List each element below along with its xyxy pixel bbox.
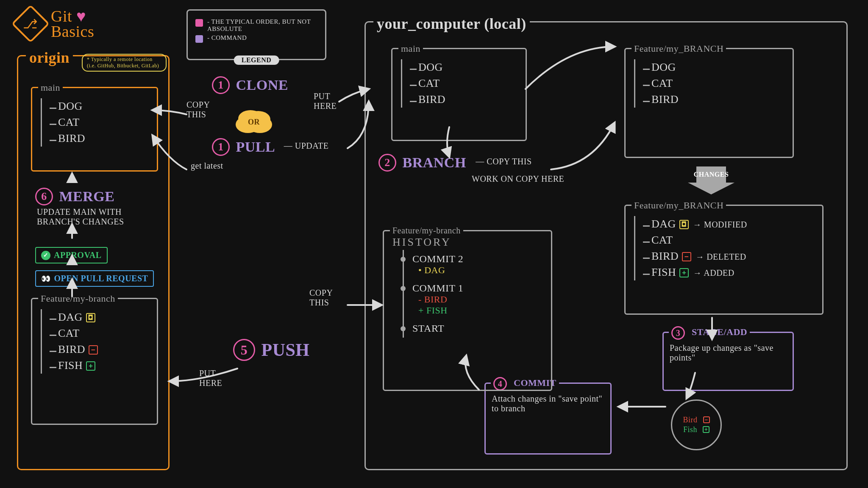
- fc-cat: CAT: [643, 75, 785, 92]
- approval-pill[interactable]: ✓ Approval: [35, 247, 108, 263]
- step-6-badge: 6: [35, 188, 53, 205]
- push-left-note: PUT HERE: [199, 369, 233, 388]
- push-step: 5 PUSH: [233, 339, 310, 361]
- stage-note: Package up changes as "save points": [670, 343, 787, 363]
- commit-note: Attach changes in "save point" to branch: [492, 394, 604, 413]
- file-bird: BIRD: [50, 130, 149, 147]
- file-bird2: BIRD−: [50, 341, 149, 358]
- step-1a-badge: 1: [212, 76, 230, 94]
- file-cat: CAT: [50, 114, 149, 130]
- local-container: your_computer (local) main DOG CAT BIRD …: [364, 21, 848, 470]
- origin-feature-box: Feature/my-branch DAG◘ CAT BIRD− FISH+: [31, 298, 158, 425]
- fc-bird: BIRD: [643, 92, 785, 108]
- pull-left-note: get latest: [191, 161, 223, 171]
- origin-container: origin * Typically a remote location (i.…: [17, 55, 170, 470]
- file-fish: FISH+: [50, 358, 149, 374]
- origin-main-title: main: [38, 82, 63, 93]
- merge-step: 6 MERGE Update main with branch's change…: [35, 188, 147, 227]
- clone-step: 1 CLONE: [212, 76, 288, 94]
- savepoint-circle: Bird − Fish +: [671, 399, 722, 450]
- open-pr-pill[interactable]: 👀 OPEN PULL REQUEST: [35, 270, 154, 287]
- added-icon: +: [86, 361, 95, 371]
- legend-swatch-command: [195, 35, 203, 43]
- branch-command: BRANCH: [403, 155, 466, 170]
- commit-box: 4 COMMIT Attach changes in "save point" …: [484, 383, 612, 455]
- merge-note: Update main with branch's changes: [37, 207, 147, 227]
- or-cloud: OR: [242, 114, 266, 130]
- feature-dirty-title: Feature/my_BRANCH: [632, 200, 726, 211]
- merge-command: MERGE: [59, 189, 115, 204]
- local-feature-dirty: Feature/my_BRANCH DAG◘MODIFIED CAT BIRD−…: [624, 205, 823, 315]
- fc-dog: DOG: [643, 59, 785, 75]
- stage-box: 3 STAGE/ADD Package up changes as "save …: [662, 332, 794, 391]
- step-2-badge: 2: [378, 154, 396, 172]
- lfile-bird: BIRD: [410, 92, 518, 108]
- origin-feature-title: Feature/my-branch: [38, 293, 118, 304]
- history-box: Feature/my-branch HISTORY COMMIT 2 • DAG…: [383, 230, 552, 391]
- branch-step: 2 BRANCH — COPY THIS WORK ON COPY HERE: [378, 154, 564, 184]
- commit-node-2: COMMIT 2 • DAG: [412, 250, 543, 279]
- added-icon: +: [679, 268, 689, 277]
- check-icon: ✓: [41, 251, 50, 260]
- fd-cat: CAT: [643, 232, 815, 248]
- pull-step: 1 PULL — UPDATE: [212, 138, 328, 156]
- local-title: your_computer (local): [373, 15, 530, 33]
- step-5-badge: 5: [233, 339, 255, 361]
- push-command: PUSH: [262, 340, 310, 360]
- modified-icon: ◘: [86, 313, 95, 322]
- clone-right-note: PUT HERE: [314, 92, 348, 111]
- eyes-icon: 👀: [41, 274, 51, 283]
- pull-command: PULL: [236, 139, 275, 155]
- origin-main-box: main DOG CAT BIRD: [31, 87, 158, 172]
- lfile-cat: CAT: [410, 75, 518, 92]
- modified-icon: ◘: [679, 220, 689, 229]
- deleted-icon: −: [89, 345, 98, 355]
- legend-order-text: THE TYPICAL ORDER, BUT NOT ABSOLUTE: [207, 18, 311, 32]
- title-line2: Basics: [51, 24, 94, 39]
- fd-bird: BIRD−DELETED: [643, 248, 815, 264]
- history-sub: HISTORY: [392, 236, 451, 248]
- changes-label: CHANGES: [688, 171, 734, 178]
- changes-arrow-icon: CHANGES: [688, 166, 734, 196]
- clone-left-note: COPY THIS: [186, 100, 225, 119]
- commit-node-start: START: [412, 319, 543, 338]
- fd-dag: DAG◘MODIFIED: [643, 216, 815, 232]
- stage-command: STAGE/ADD: [692, 327, 747, 337]
- fd-fish: FISH+ADDED: [643, 264, 815, 280]
- local-feature-clean: Feature/my_BRANCH DOG CAT BIRD: [624, 48, 794, 158]
- approval-label: Approval: [54, 250, 102, 260]
- origin-title: origin: [26, 49, 73, 67]
- feature-clean-title: Feature/my_BRANCH: [632, 43, 726, 54]
- legend-command-text: COMMAND: [211, 34, 247, 41]
- added-icon: +: [703, 426, 709, 433]
- open-pr-label: OPEN PULL REQUEST: [54, 274, 148, 283]
- origin-tooltip: * Typically a remote location (i.e. GitH…: [82, 54, 167, 72]
- git-logo-icon: ⎇: [11, 5, 50, 43]
- legend-swatch-order: [195, 19, 203, 27]
- commit-node-1: COMMIT 1 - BIRD + FISH: [412, 279, 543, 319]
- clone-command: CLONE: [236, 77, 288, 93]
- step-1b-badge: 1: [212, 138, 230, 156]
- push-right-note: COPY THIS: [309, 288, 343, 308]
- file-cat2: CAT: [50, 325, 149, 341]
- step-3-badge: 3: [671, 326, 685, 340]
- deleted-icon: −: [682, 252, 691, 261]
- legend-box: - THE TYPICAL ORDER, BUT NOT ABSOLUTE - …: [186, 9, 326, 60]
- deleted-icon: −: [703, 416, 710, 423]
- file-dag: DAG◘: [50, 309, 149, 325]
- local-main-title: main: [398, 43, 423, 54]
- lfile-dog: DOG: [410, 59, 518, 75]
- page-title: ⎇ Git ♥ Basics: [17, 8, 94, 39]
- local-main-box: main DOG CAT BIRD: [391, 48, 527, 141]
- file-dog: DOG: [50, 98, 149, 114]
- history-branch: Feature/my-branch: [392, 226, 461, 235]
